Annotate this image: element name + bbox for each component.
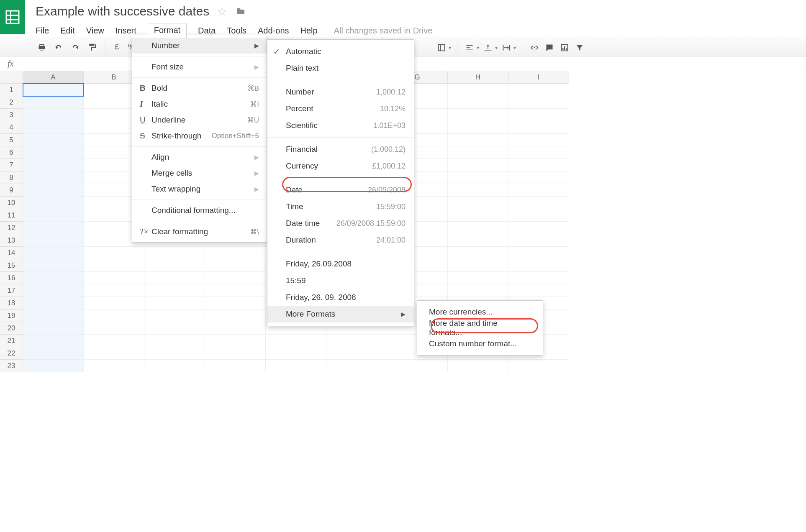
- cell[interactable]: [448, 197, 508, 209]
- cell[interactable]: [144, 247, 205, 259]
- cell[interactable]: [326, 347, 387, 360]
- cell[interactable]: [508, 284, 569, 297]
- more-currencies[interactable]: More currencies...: [417, 304, 543, 320]
- cell[interactable]: [144, 259, 205, 272]
- row-header[interactable]: 16: [0, 272, 23, 284]
- cell[interactable]: [84, 335, 144, 347]
- cell[interactable]: [23, 322, 84, 335]
- print-button[interactable]: [36, 41, 48, 54]
- number-date[interactable]: Date 26/09/2008: [267, 182, 414, 198]
- row-header[interactable]: 15: [0, 259, 23, 272]
- cell[interactable]: [23, 84, 84, 96]
- cell[interactable]: [508, 171, 569, 184]
- cell[interactable]: [508, 121, 569, 134]
- cell[interactable]: [84, 347, 144, 360]
- custom-number-format[interactable]: Custom number format...: [417, 336, 543, 352]
- cell[interactable]: [448, 222, 508, 234]
- menu-addons[interactable]: Add-ons: [258, 26, 289, 36]
- cell[interactable]: [23, 360, 84, 372]
- number-percent[interactable]: Percent 10.12%: [267, 100, 414, 117]
- cell[interactable]: [508, 146, 569, 159]
- format-number[interactable]: Number▶: [132, 38, 267, 54]
- row-header[interactable]: 10: [0, 197, 23, 209]
- row-header[interactable]: 12: [0, 222, 23, 234]
- format-bold[interactable]: BBold⌘B: [132, 80, 267, 96]
- cell[interactable]: [23, 171, 84, 184]
- format-clear[interactable]: T✕Clear formatting⌘\: [132, 224, 267, 240]
- cell[interactable]: [84, 322, 144, 335]
- cell[interactable]: [508, 109, 569, 121]
- paint-format-button[interactable]: [86, 41, 98, 54]
- cell[interactable]: [326, 335, 387, 347]
- cell[interactable]: [205, 284, 266, 297]
- cell[interactable]: [448, 209, 508, 222]
- format-font-size[interactable]: Font size▶: [132, 59, 267, 75]
- format-italic[interactable]: IItalic⌘I: [132, 96, 267, 112]
- format-strike[interactable]: SStrike-throughOption+Shift+5: [132, 128, 267, 144]
- cell[interactable]: [84, 360, 144, 372]
- cell[interactable]: [448, 121, 508, 134]
- folder-icon[interactable]: [235, 6, 246, 16]
- row-header[interactable]: 22: [0, 347, 23, 360]
- cell[interactable]: [23, 347, 84, 360]
- cell[interactable]: [205, 309, 266, 322]
- row-header[interactable]: 11: [0, 209, 23, 222]
- cell[interactable]: [84, 297, 144, 309]
- cell[interactable]: [508, 222, 569, 234]
- cell[interactable]: [23, 109, 84, 121]
- number-more-formats[interactable]: More Formats ▶: [267, 306, 414, 322]
- cell[interactable]: [508, 197, 569, 209]
- row-header[interactable]: 4: [0, 121, 23, 134]
- cell[interactable]: [387, 360, 448, 372]
- cell[interactable]: [144, 360, 205, 372]
- row-header[interactable]: 17: [0, 284, 23, 297]
- cell[interactable]: [23, 209, 84, 222]
- number-plain[interactable]: Plain text: [267, 60, 414, 77]
- row-header[interactable]: 7: [0, 159, 23, 171]
- cell[interactable]: [448, 272, 508, 284]
- cell[interactable]: [508, 159, 569, 171]
- column-header[interactable]: H: [448, 71, 508, 84]
- doc-title[interactable]: Example with successive dates: [36, 4, 209, 18]
- number-number[interactable]: Number 1,000.12: [267, 84, 414, 100]
- cell[interactable]: [144, 347, 205, 360]
- cell[interactable]: [23, 272, 84, 284]
- number-currency[interactable]: Currency £1,000.12: [267, 158, 414, 174]
- format-align[interactable]: Align▶: [132, 149, 267, 165]
- cell-options-button[interactable]: [435, 41, 448, 54]
- row-header[interactable]: 1: [0, 84, 23, 96]
- cell[interactable]: [508, 96, 569, 109]
- menu-data[interactable]: Data: [198, 26, 216, 36]
- cell[interactable]: [508, 259, 569, 272]
- menu-edit[interactable]: Edit: [60, 26, 74, 36]
- menu-help[interactable]: Help: [300, 26, 318, 36]
- cell[interactable]: [508, 84, 569, 96]
- cell[interactable]: [448, 171, 508, 184]
- menu-tools[interactable]: Tools: [227, 26, 246, 36]
- number-duration[interactable]: Duration 24:01:00: [267, 232, 414, 248]
- cell[interactable]: [205, 360, 266, 372]
- align-v-button[interactable]: [482, 41, 494, 54]
- text-wrap-button[interactable]: [500, 41, 513, 54]
- number-scientific[interactable]: Scientific 1.01E+03: [267, 117, 414, 134]
- cell[interactable]: [23, 309, 84, 322]
- cell[interactable]: [448, 96, 508, 109]
- number-automatic[interactable]: ✓ Automatic: [267, 43, 414, 60]
- more-date-time-formats[interactable]: More date and time formats...: [417, 320, 543, 336]
- cell[interactable]: [23, 297, 84, 309]
- undo-button[interactable]: [52, 41, 65, 54]
- cell[interactable]: [23, 284, 84, 297]
- cell[interactable]: [23, 146, 84, 159]
- cell[interactable]: [144, 335, 205, 347]
- cell[interactable]: [508, 209, 569, 222]
- number-time[interactable]: Time 15:59:00: [267, 198, 414, 215]
- star-icon[interactable]: ☆: [217, 5, 227, 18]
- cell[interactable]: [205, 259, 266, 272]
- cell[interactable]: [266, 360, 326, 372]
- cell[interactable]: [144, 322, 205, 335]
- redo-button[interactable]: [69, 41, 82, 54]
- cell[interactable]: [205, 347, 266, 360]
- align-h-button[interactable]: [463, 41, 476, 54]
- number-custom-1[interactable]: Friday, 26.09.2008: [267, 256, 414, 272]
- insert-comment-button[interactable]: [543, 41, 556, 54]
